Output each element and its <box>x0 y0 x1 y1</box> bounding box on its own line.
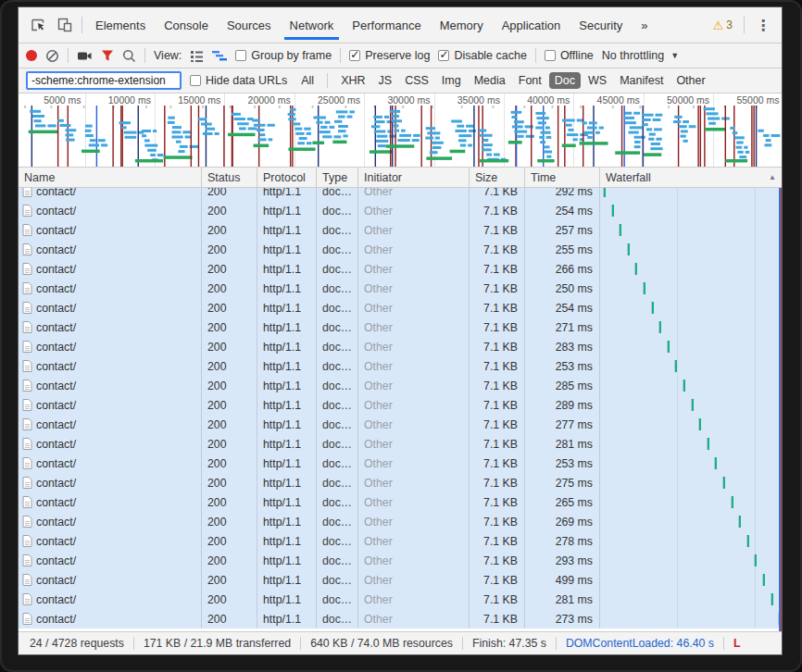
filter-type-media[interactable]: Media <box>469 72 511 89</box>
device-toolbar-button[interactable] <box>52 13 78 37</box>
table-row[interactable]: contact/200http/1.1doc…Other7.1 KB273 ms <box>19 609 782 628</box>
table-row[interactable]: contact/200http/1.1doc…Other7.1 KB250 ms <box>19 279 782 298</box>
table-row[interactable]: contact/200http/1.1doc…Other7.1 KB289 ms <box>19 395 782 415</box>
size: 7.1 KB <box>483 282 518 295</box>
status-code: 200 <box>207 418 227 431</box>
table-row[interactable]: contact/200http/1.1doc…Other7.1 KB255 ms <box>19 240 782 259</box>
column-header-name[interactable]: Name <box>19 168 202 187</box>
resource-type: doc… <box>322 516 352 529</box>
initiator: Other <box>364 321 393 334</box>
cell-name: contact/ <box>19 317 202 337</box>
table-row[interactable]: contact/200http/1.1doc…Other7.1 KB271 ms <box>19 317 782 337</box>
status-code: 200 <box>207 321 227 334</box>
filter-type-all[interactable]: All <box>295 72 320 89</box>
cell-protocol: http/1.1 <box>257 570 317 590</box>
cell-size: 7.1 KB <box>470 415 525 434</box>
filter-type-xhr[interactable]: XHR <box>335 72 370 89</box>
column-header-label: Waterfall <box>606 171 651 184</box>
record-network-log-button[interactable] <box>26 50 37 61</box>
preserve-log-checkbox[interactable]: Preserve log <box>349 49 430 62</box>
table-row[interactable]: contact/200http/1.1doc…Other7.1 KB257 ms <box>19 220 782 240</box>
table-row[interactable]: contact/200http/1.1doc…Other7.1 KB266 ms <box>19 259 782 279</box>
cell-waterfall <box>600 337 782 356</box>
column-header-initiator[interactable]: Initiator <box>358 168 470 187</box>
filter-type-manifest[interactable]: Manifest <box>614 72 669 89</box>
cell-time: 277 ms <box>525 415 600 434</box>
filter-type-font[interactable]: Font <box>513 72 547 89</box>
table-row[interactable]: contact/200http/1.1doc…Other7.1 KB277 ms <box>19 415 782 434</box>
filter-type-doc[interactable]: Doc <box>549 72 581 89</box>
devtools-menu-button[interactable]: ⋮ <box>748 17 778 34</box>
column-header-waterfall[interactable]: Waterfall▲ <box>600 168 782 187</box>
cell-size: 7.1 KB <box>470 590 525 609</box>
column-header-label: Name <box>24 171 55 184</box>
table-row[interactable]: contact/200http/1.1doc…Other7.1 KB285 ms <box>19 376 782 395</box>
offline-checkbox[interactable]: Offline <box>545 49 594 62</box>
cell-initiator: Other <box>358 188 470 201</box>
cell-protocol: http/1.1 <box>257 395 317 415</box>
hide-data-urls-checkbox[interactable]: Hide data URLs <box>190 74 287 87</box>
tab-network[interactable]: Network <box>281 7 344 43</box>
column-header-size[interactable]: Size <box>470 168 525 187</box>
filter-type-css[interactable]: CSS <box>399 72 434 89</box>
disable-cache-checkbox[interactable]: Disable cache <box>438 49 527 62</box>
cell-initiator: Other <box>358 531 470 551</box>
table-row[interactable]: contact/200http/1.1doc…Other7.1 KB253 ms <box>19 454 782 473</box>
view-waterfall-button[interactable] <box>212 50 227 61</box>
filter-type-img[interactable]: Img <box>436 72 467 89</box>
overview-tick-label: 40000 ms <box>527 94 573 106</box>
filter-button[interactable] <box>101 49 114 62</box>
tab-performance[interactable]: Performance <box>343 7 430 43</box>
protocol: http/1.1 <box>263 574 301 587</box>
filter-type-other[interactable]: Other <box>670 72 710 89</box>
status-code: 200 <box>207 516 227 529</box>
search-button[interactable] <box>122 49 136 63</box>
tab-[interactable]: » <box>632 7 657 43</box>
table-row[interactable]: contact/200http/1.1doc…Other7.1 KB269 ms <box>19 512 782 531</box>
table-row[interactable]: contact/200http/1.1doc…Other7.1 KB254 ms <box>19 201 782 220</box>
table-row[interactable]: contact/200http/1.1doc…Other7.1 KB281 ms <box>19 434 782 454</box>
table-row[interactable]: contact/200http/1.1doc…Other7.1 KB253 ms <box>19 356 782 376</box>
tab-console[interactable]: Console <box>155 7 218 43</box>
column-header-status[interactable]: Status <box>202 168 257 187</box>
filter-input[interactable] <box>26 71 182 90</box>
table-row[interactable]: contact/200http/1.1doc…Other7.1 KB283 ms <box>19 337 782 356</box>
overview-tick-label: 55000 ms <box>736 94 782 106</box>
table-row[interactable]: contact/200http/1.1doc…Other7.1 KB278 ms <box>19 531 782 551</box>
tab-security[interactable]: Security <box>570 7 632 43</box>
cell-time: 289 ms <box>525 395 600 415</box>
table-row[interactable]: contact/200http/1.1doc…Other7.1 KB293 ms <box>19 551 782 570</box>
cell-status: 200 <box>202 356 257 376</box>
tab-memory[interactable]: Memory <box>431 7 493 43</box>
filter-type-js[interactable]: JS <box>373 72 398 89</box>
column-header-label: Time <box>531 171 556 184</box>
console-warnings-badge[interactable]: ⚠ 3 <box>706 19 740 32</box>
resource-type: doc… <box>322 224 352 237</box>
throttling-dropdown[interactable]: No throttling ▼ <box>602 49 679 62</box>
group-by-frame-checkbox[interactable]: Group by frame <box>235 49 332 62</box>
column-header-type[interactable]: Type <box>317 168 358 187</box>
request-name: contact/ <box>36 399 76 412</box>
clear-button[interactable] <box>45 49 59 63</box>
tab-elements[interactable]: Elements <box>86 7 155 43</box>
tab-application[interactable]: Application <box>493 7 570 43</box>
initiator: Other <box>364 360 393 373</box>
capture-screenshots-button[interactable] <box>77 50 93 62</box>
resource-type: doc… <box>322 593 352 606</box>
table-row[interactable]: contact/200http/1.1doc…Other7.1 KB254 ms <box>19 298 782 317</box>
table-row[interactable]: contact/200http/1.1doc…Other7.1 KB292 ms <box>19 188 782 201</box>
status-code: 200 <box>207 263 227 276</box>
column-header-protocol[interactable]: Protocol <box>257 168 317 187</box>
tab-sources[interactable]: Sources <box>218 7 281 43</box>
table-row[interactable]: contact/200http/1.1doc…Other7.1 KB499 ms <box>19 570 782 590</box>
table-row[interactable]: contact/200http/1.1doc…Other7.1 KB275 ms <box>19 473 782 492</box>
cell-time: 281 ms <box>525 434 600 454</box>
inspect-element-button[interactable] <box>26 13 52 37</box>
column-header-time[interactable]: Time <box>525 168 600 187</box>
statusbar-load: L <box>733 637 741 650</box>
view-list-button[interactable] <box>190 50 204 62</box>
filter-type-ws[interactable]: WS <box>583 72 612 89</box>
network-overview-graph[interactable] <box>19 106 782 167</box>
table-row[interactable]: contact/200http/1.1doc…Other7.1 KB281 ms <box>19 590 782 609</box>
table-row[interactable]: contact/200http/1.1doc…Other7.1 KB265 ms <box>19 492 782 512</box>
